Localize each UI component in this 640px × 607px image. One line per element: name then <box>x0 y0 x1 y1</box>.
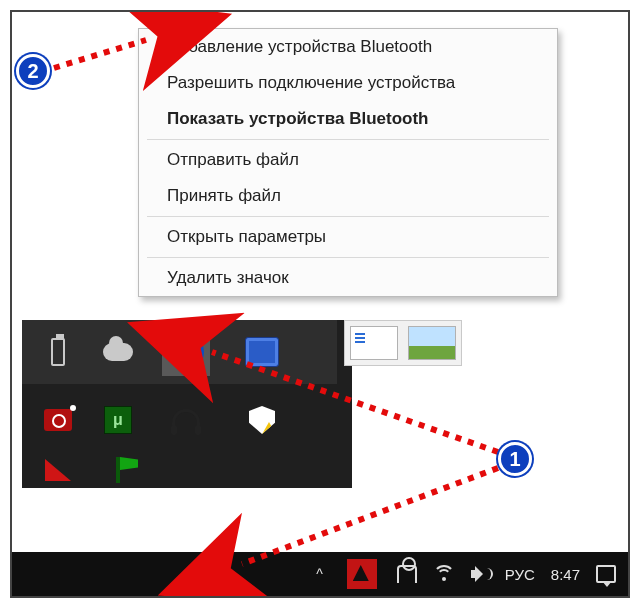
tray-usb-icon[interactable] <box>34 328 82 376</box>
tray-intel-graphics-icon[interactable] <box>238 328 286 376</box>
flag-icon <box>116 457 120 483</box>
thumbnail-2[interactable] <box>408 326 456 360</box>
taskbar-language[interactable]: РУС <box>497 552 543 596</box>
tray-utorrent-icon[interactable]: μ <box>94 396 142 444</box>
menu-send-file[interactable]: Отправить файл <box>139 142 557 178</box>
bluetooth-icon: ฿ <box>168 334 204 370</box>
menu-allow-connection[interactable]: Разрешить подключение устройства <box>139 65 557 101</box>
menu-open-settings[interactable]: Открыть параметры <box>139 219 557 255</box>
tray-flag-icon[interactable] <box>94 446 142 494</box>
triangle-icon <box>45 459 71 481</box>
menu-separator <box>147 257 549 258</box>
taskbar-volume-icon[interactable] <box>463 552 497 596</box>
tray-headphones-icon[interactable] <box>162 396 210 444</box>
annotation-badge-1: 1 <box>498 442 532 476</box>
chip-icon <box>245 337 279 367</box>
svg-line-2 <box>54 40 146 68</box>
bluetooth-context-menu: Добавление устройства Bluetooth Разрешит… <box>138 28 558 297</box>
tray-bluetooth-icon[interactable]: ฿ <box>162 328 210 376</box>
annotation-badge-2: 2 <box>16 54 50 88</box>
tray-overflow-chevron[interactable]: ^ <box>304 552 335 596</box>
menu-separator <box>147 216 549 217</box>
tray-bandicam-icon[interactable] <box>34 396 82 444</box>
taskbar-app-icon[interactable] <box>335 552 389 596</box>
tray-antivirus-icon[interactable] <box>34 446 82 494</box>
taskbar-clock[interactable]: 8:47 <box>543 552 588 596</box>
notification-icon <box>596 565 616 583</box>
speaker-icon <box>471 566 489 582</box>
menu-receive-file[interactable]: Принять файл <box>139 178 557 214</box>
menu-show-bluetooth-devices[interactable]: Показать устройства Bluetooth <box>139 101 557 137</box>
system-tray-overflow: ฿ μ <box>22 320 352 488</box>
taskbar-action-center[interactable] <box>588 552 624 596</box>
people-icon <box>397 565 417 583</box>
shield-warning-icon <box>249 406 275 434</box>
taskbar: ^ РУС 8:47 <box>12 552 628 596</box>
taskbar-thumbnails <box>344 320 462 366</box>
menu-remove-icon[interactable]: Удалить значок <box>139 260 557 296</box>
screenshot-frame: Добавление устройства Bluetooth Разрешит… <box>10 10 630 598</box>
tray-defender-icon[interactable] <box>238 396 286 444</box>
thumbnail-1[interactable] <box>350 326 398 360</box>
usb-icon <box>51 338 65 366</box>
utorrent-icon: μ <box>104 406 132 434</box>
menu-separator <box>147 139 549 140</box>
headphones-icon <box>172 409 200 431</box>
wifi-icon <box>433 565 455 583</box>
tray-onedrive-icon[interactable] <box>94 328 142 376</box>
menu-add-bluetooth-device[interactable]: Добавление устройства Bluetooth <box>139 29 557 65</box>
red-app-icon <box>347 559 377 589</box>
taskbar-people-icon[interactable] <box>389 552 425 596</box>
cloud-icon <box>103 343 133 361</box>
camera-icon <box>44 409 72 431</box>
taskbar-wifi-icon[interactable] <box>425 552 463 596</box>
chevron-up-icon: ^ <box>316 566 323 582</box>
